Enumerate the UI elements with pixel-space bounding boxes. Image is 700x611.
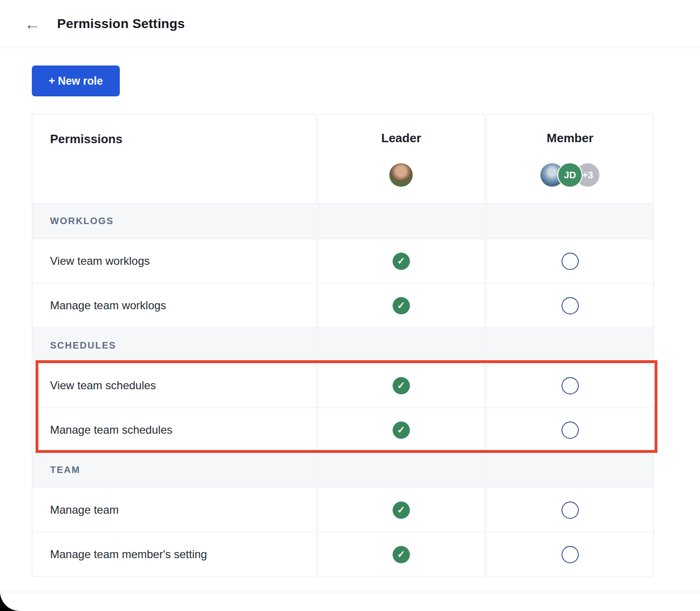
member-permission-cell [487,363,653,407]
permission-empty-toggle[interactable] [561,546,579,563]
member-column: Member JD +3 [486,114,654,577]
permissions-column: Permissions WORKLOGS View team worklogs … [32,114,316,577]
member-permission-cell [487,239,653,283]
permission-empty-toggle[interactable] [561,297,579,314]
permission-empty-toggle[interactable] [561,502,579,519]
main-content: + New role Permissions WORKLOGS View tea… [0,48,700,577]
permission-empty-toggle[interactable] [561,422,579,439]
permission-row-label: Manage team worklogs [32,283,316,327]
leader-column-header: Leader [318,114,485,203]
member-avatar-stack[interactable]: JD +3 [540,162,600,188]
permission-empty-toggle[interactable] [561,377,579,394]
section-spacer-row [487,327,653,363]
footer-divider [0,592,700,592]
member-permission-cell [487,487,653,532]
permissions-header-label: Permissions [50,132,123,146]
leader-avatar [388,162,414,188]
section-spacer-row [318,452,485,487]
leader-role-label: Leader [381,131,421,145]
permissions-column-header: Permissions [32,114,316,203]
permission-granted-toggle[interactable]: ✓ [393,297,410,314]
permission-row-label: View team worklogs [32,239,316,283]
permission-row-label: Manage team schedules [32,407,316,452]
leader-avatar-stack[interactable] [388,162,414,188]
permission-row-label: Manage team member's setting [32,532,316,576]
leader-permission-cell: ✓ [318,487,485,532]
leader-permission-cell: ✓ [318,239,485,283]
section-header-worklogs: WORKLOGS [32,203,316,239]
permission-empty-toggle[interactable] [561,253,579,270]
leader-permission-cell: ✓ [318,283,485,327]
section-spacer-row [318,327,485,363]
member-role-label: Member [547,131,593,145]
section-header-schedules: SCHEDULES [32,327,316,363]
member-column-header: Member JD +3 [487,114,653,203]
back-arrow-icon: ← [24,15,40,33]
page-title: Permission Settings [57,16,185,31]
member-permission-cell [487,407,653,452]
back-button[interactable]: ← [24,16,40,32]
member-avatar-initials: JD [557,162,583,188]
permission-row-label: View team schedules [32,363,316,407]
permission-granted-toggle[interactable]: ✓ [393,546,410,563]
section-spacer-row [487,452,653,487]
leader-permission-cell: ✓ [318,407,485,452]
permission-settings-page: ← Permission Settings + New role Permiss… [0,0,700,611]
page-header: ← Permission Settings [0,0,700,48]
new-role-button[interactable]: + New role [32,65,120,96]
leader-column: Leader ✓ ✓ ✓ ✓ [318,114,485,577]
permission-granted-toggle[interactable]: ✓ [393,502,410,519]
section-spacer-row [487,203,653,239]
leader-permission-cell: ✓ [318,532,485,576]
permission-granted-toggle[interactable]: ✓ [393,253,410,270]
permissions-table: Permissions WORKLOGS View team worklogs … [32,114,654,577]
permission-granted-toggle[interactable]: ✓ [393,377,410,394]
permission-granted-toggle[interactable]: ✓ [393,422,410,439]
section-header-team: TEAM [32,452,316,487]
member-permission-cell [487,283,653,327]
section-spacer-row [318,203,485,239]
permission-row-label: Manage team [32,487,316,532]
member-permission-cell [487,532,653,576]
leader-permission-cell: ✓ [318,363,485,407]
